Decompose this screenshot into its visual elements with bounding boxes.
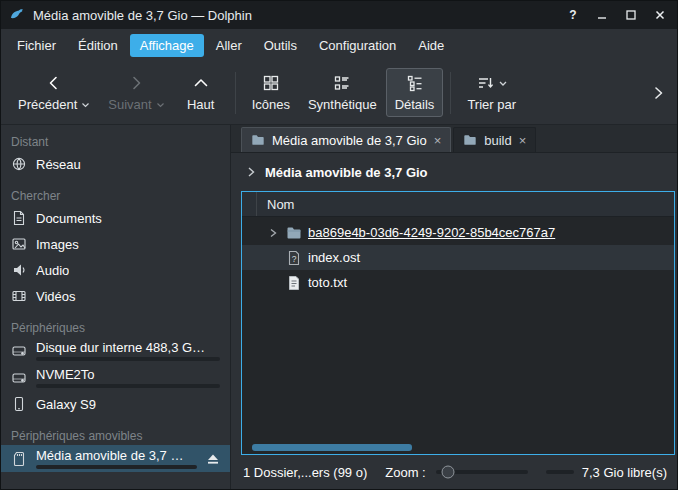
tab-close-icon[interactable]: ×	[434, 134, 442, 147]
zoom-slider[interactable]	[436, 470, 528, 474]
chevron-right-icon	[127, 73, 145, 93]
file-name[interactable]: ba869e4b-03d6-4249-9202-85b4cec767a7	[308, 225, 555, 240]
video-icon	[11, 288, 27, 304]
text-file-icon	[286, 275, 302, 291]
menu-aller[interactable]: Aller	[206, 34, 252, 57]
file-name[interactable]: index.ost	[308, 250, 360, 265]
icons-view-button[interactable]: Icônes	[243, 68, 299, 117]
image-icon	[11, 236, 27, 252]
compact-view-label: Synthétique	[308, 97, 377, 112]
disk-usage-bar	[36, 384, 220, 388]
sort-by-button[interactable]: Trier par	[458, 68, 525, 117]
tab-media-amovible[interactable]: Média amovible de 3,7 Gio ×	[241, 127, 451, 152]
toolbar-overflow-button[interactable]	[647, 84, 669, 102]
status-summary: 1 Dossier,...ers (99 o)	[243, 465, 367, 480]
folder-icon	[251, 133, 265, 147]
menu-configuration[interactable]: Configuration	[309, 34, 406, 57]
places-section-peripheriques-amovibles: Périphériques amovibles	[1, 427, 230, 445]
folder-icon	[286, 225, 302, 241]
places-section-distant: Distant	[1, 133, 230, 151]
table-row[interactable]: ba869e4b-03d6-4249-9202-85b4cec767a7	[242, 220, 674, 245]
maximize-icon[interactable]	[622, 6, 640, 24]
menubar: Fichier Édition Affichage Aller Outils C…	[1, 29, 677, 61]
details-view-icon	[406, 73, 424, 93]
chevron-left-icon	[45, 73, 63, 93]
caret-down-icon	[81, 102, 90, 108]
network-icon	[11, 156, 27, 172]
sidebar-item-label: Documents	[36, 211, 102, 226]
sidebar-item-label: Audio	[36, 263, 69, 278]
disk-usage-bar	[36, 357, 220, 361]
minimize-icon[interactable]	[593, 6, 611, 24]
sidebar-item-videos[interactable]: Vidéos	[1, 283, 230, 309]
menu-outils[interactable]: Outils	[254, 34, 307, 57]
sidebar-item-disque-dur-interne[interactable]: Disque dur interne 488,3 G…	[1, 337, 230, 364]
sidebar-item-documents[interactable]: Documents	[1, 205, 230, 231]
icons-view-label: Icônes	[252, 97, 290, 112]
expander-icon[interactable]	[268, 227, 280, 239]
sidebar-item-galaxy-s9[interactable]: Galaxy S9	[1, 391, 230, 417]
url-navigator[interactable]: Média amovible de 3,7 Gio	[231, 153, 677, 191]
main-area: Distant Réseau Chercher Documents Images	[1, 125, 677, 489]
titlebar[interactable]: Média amovible de 3,7 Gio — Dolphin ?	[1, 1, 677, 29]
capacity-bar	[546, 470, 574, 474]
icons-view-icon	[262, 73, 280, 93]
sidebar-item-audio[interactable]: Audio	[1, 257, 230, 283]
sidebar-item-label: Galaxy S9	[36, 397, 96, 412]
forward-button[interactable]: Suivant	[99, 68, 173, 117]
compact-view-button[interactable]: Synthétique	[299, 68, 386, 117]
sdcard-icon	[11, 451, 27, 467]
sidebar-item-label: Média amovible de 3,7 …	[36, 448, 197, 463]
sidebar-item-label: NVME2To	[36, 367, 220, 382]
caret-down-icon	[498, 80, 508, 87]
status-bar: 1 Dossier,...ers (99 o) Zoom : 7,3 Gio l…	[231, 455, 677, 489]
menu-fichier[interactable]: Fichier	[7, 34, 66, 57]
help-button[interactable]: ?	[564, 6, 582, 24]
tab-bar: Média amovible de 3,7 Gio × build ×	[231, 125, 677, 153]
close-icon[interactable]	[651, 6, 669, 24]
tab-label: build	[484, 133, 511, 148]
unknown-file-icon: ?	[286, 250, 302, 266]
folder-icon	[463, 133, 477, 147]
sidebar-item-nvme2to[interactable]: NVME2To	[1, 364, 230, 391]
details-view-button[interactable]: Détails	[386, 68, 444, 117]
audio-icon	[11, 262, 27, 278]
eject-icon[interactable]	[206, 452, 220, 466]
tab-close-icon[interactable]: ×	[519, 134, 527, 147]
dolphin-window: Média amovible de 3,7 Gio — Dolphin ? Fi…	[0, 0, 678, 490]
sidebar-item-media-amovible[interactable]: Média amovible de 3,7 …	[1, 445, 230, 472]
table-row[interactable]: ? index.ost	[242, 245, 674, 270]
free-space-info: 7,3 Gio libre(s)	[546, 465, 667, 480]
harddrive-icon	[11, 343, 27, 359]
places-panel: Distant Réseau Chercher Documents Images	[1, 125, 231, 489]
document-icon	[11, 210, 27, 226]
caret-down-icon	[156, 102, 165, 108]
horizontal-scrollbar[interactable]	[248, 444, 668, 451]
sidebar-item-reseau[interactable]: Réseau	[1, 151, 230, 177]
breadcrumb[interactable]: Média amovible de 3,7 Gio	[265, 165, 428, 180]
file-name[interactable]: toto.txt	[308, 275, 347, 290]
window-controls: ?	[564, 6, 669, 24]
disk-usage-bar	[36, 465, 197, 469]
sidebar-item-label: Images	[36, 237, 79, 252]
zoom-slider-handle[interactable]	[441, 466, 454, 479]
back-button[interactable]: Précédent	[9, 68, 99, 117]
harddrive-icon	[11, 370, 27, 386]
folder-view: Nom ba869e4b-03d6-4249-9202-85b4cec767a7	[241, 191, 675, 455]
menu-affichage[interactable]: Affichage	[130, 34, 204, 57]
menu-aide[interactable]: Aide	[408, 34, 454, 57]
column-header[interactable]: Nom	[242, 192, 674, 217]
tab-build[interactable]: build ×	[453, 127, 536, 152]
places-section-chercher: Chercher	[1, 187, 230, 205]
menu-edition[interactable]: Édition	[68, 34, 128, 57]
table-row[interactable]: toto.txt	[242, 270, 674, 295]
details-view-label: Détails	[395, 97, 435, 112]
sidebar-item-images[interactable]: Images	[1, 231, 230, 257]
window-title: Média amovible de 3,7 Gio — Dolphin	[33, 8, 252, 23]
scrollbar-thumb[interactable]	[252, 444, 412, 451]
content-pane: Média amovible de 3,7 Gio × build × Médi…	[231, 125, 677, 489]
up-button[interactable]: Haut	[174, 68, 228, 117]
sort-icon	[476, 74, 494, 92]
sidebar-item-label: Réseau	[36, 157, 81, 172]
column-separator	[256, 192, 257, 216]
